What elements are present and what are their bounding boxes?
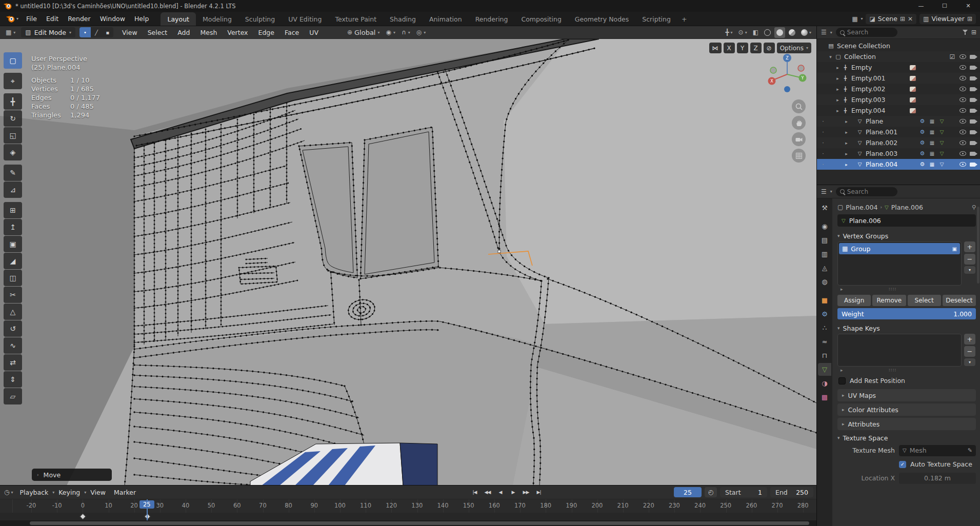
- hide-in-viewport-icon[interactable]: [959, 65, 966, 70]
- scrollbar-handle[interactable]: [30, 521, 809, 525]
- transform-orientation-dropdown[interactable]: ⊕ Global ▾: [345, 29, 383, 36]
- panel-color-attributes[interactable]: ▸ Color Attributes: [837, 403, 976, 416]
- hide-in-viewport-icon[interactable]: [959, 76, 966, 80]
- blender-menu-button[interactable]: ▾: [3, 15, 22, 23]
- modifier-icon[interactable]: ⚙: [917, 118, 927, 125]
- navigation-gizmo[interactable]: X Y Z: [765, 52, 809, 96]
- proportional-editing-dropdown[interactable]: ◎ ▾: [414, 29, 429, 36]
- outliner-row-collection[interactable]: ▾ ▢ Collection ☑: [817, 51, 980, 62]
- modifier-icon[interactable]: ⚙: [917, 161, 927, 168]
- next-keyframe-button[interactable]: ▶▶: [520, 487, 532, 497]
- hide-in-viewport-icon[interactable]: [959, 108, 966, 113]
- location-x-field[interactable]: 0.182 m: [899, 473, 976, 484]
- vertex-group-specials-button[interactable]: ▾: [964, 266, 975, 274]
- panel-texture-space[interactable]: ▾ Texture Space: [837, 432, 976, 443]
- disable-in-renders-icon[interactable]: [970, 152, 975, 156]
- image-data-icon[interactable]: [910, 76, 916, 81]
- properties-search-input[interactable]: Search: [836, 187, 897, 196]
- hide-in-viewport-icon[interactable]: [959, 97, 966, 102]
- tool-spin[interactable]: ↺: [4, 320, 22, 337]
- disable-in-renders-icon[interactable]: [970, 130, 975, 134]
- mirror-x-toggle[interactable]: X: [724, 43, 735, 53]
- image-data-icon[interactable]: [910, 87, 916, 92]
- outliner-row-mesh-active[interactable]: · ▸ ▽ Plane.004 ⚙ ▦ ▽: [817, 159, 980, 170]
- add-shape-key-button[interactable]: +: [964, 334, 975, 345]
- menu-playback[interactable]: Playback: [16, 487, 53, 498]
- expand-chevron-icon[interactable]: ▾: [827, 54, 834, 59]
- collection-checkbox[interactable]: ☑: [947, 53, 958, 60]
- frame-start-field[interactable]: Start 1: [720, 487, 767, 497]
- disable-in-renders-icon[interactable]: [970, 163, 975, 167]
- mirror-z-toggle[interactable]: Z: [750, 43, 762, 53]
- triangle-data-icon[interactable]: ▽: [937, 129, 947, 135]
- resize-grip[interactable]: ∷∷: [889, 368, 897, 373]
- tab-view-layer[interactable]: ▥: [818, 248, 831, 260]
- tab-output[interactable]: ▤: [818, 234, 831, 247]
- chevron-down-icon[interactable]: ▾: [830, 189, 832, 194]
- 3d-viewport[interactable]: ▢ ⌖ ╋ ↻ ◱ ◈ ✎ ⊿ ⊞ ↥ ▣ ◢ ◫ ✂ △ ↺ ∿: [0, 39, 816, 485]
- chevron-right-icon[interactable]: ▸: [841, 287, 843, 292]
- disable-in-renders-icon[interactable]: [970, 55, 975, 59]
- tool-scale[interactable]: ◱: [4, 127, 22, 144]
- tab-modifiers[interactable]: ⚙: [818, 308, 831, 320]
- shading-rendered-button[interactable]: ▾: [799, 27, 813, 38]
- menu-face[interactable]: Face: [280, 27, 304, 38]
- tab-layout[interactable]: Layout: [161, 12, 196, 26]
- expand-chevron-icon[interactable]: ▸: [834, 76, 841, 81]
- mesh-data-icon[interactable]: ▦: [927, 129, 937, 135]
- expand-chevron-icon[interactable]: ▸: [826, 151, 855, 156]
- breadcrumb-object[interactable]: Plane.004: [846, 204, 877, 211]
- tab-constraints[interactable]: ⊓: [818, 349, 831, 362]
- new-viewlayer-icon[interactable]: ⊞: [967, 15, 972, 23]
- tool-edge-slide[interactable]: ⇄: [4, 354, 22, 371]
- tool-cursor[interactable]: ⌖: [4, 73, 22, 89]
- tool-knife[interactable]: ✂: [4, 287, 22, 303]
- outliner-row-empty[interactable]: ▸ ╋ Empty.001: [817, 73, 980, 84]
- menu-marker[interactable]: Marker: [110, 487, 140, 498]
- tab-compositing[interactable]: Compositing: [514, 12, 568, 26]
- play-button[interactable]: ▶: [507, 487, 519, 497]
- tool-inset-faces[interactable]: ▣: [4, 236, 22, 252]
- chevron-down-icon[interactable]: ▾: [830, 30, 832, 35]
- new-scene-icon[interactable]: ⊞: [900, 15, 905, 23]
- expand-chevron-icon[interactable]: ▸: [826, 130, 855, 135]
- vertex-groups-list[interactable]: ▦ Group ▣: [837, 241, 962, 286]
- tab-scripting[interactable]: Scripting: [635, 12, 677, 26]
- vertex-select-mode-button[interactable]: •: [79, 27, 91, 37]
- tool-shrink-fatten[interactable]: ⇕: [4, 371, 22, 388]
- editor-type-selector[interactable]: ▦ ▾: [3, 29, 18, 36]
- panel-shape-keys[interactable]: ▾ Shape Keys: [837, 322, 976, 334]
- chevron-down-icon[interactable]: ▾: [861, 16, 863, 21]
- tool-poly-build[interactable]: △: [4, 304, 22, 320]
- outliner-row-scene-collection[interactable]: ▤ Scene Collection: [817, 41, 980, 51]
- triangle-data-icon[interactable]: ▽: [937, 161, 947, 167]
- tool-move[interactable]: ╋: [4, 93, 22, 110]
- expand-chevron-icon[interactable]: ▸: [834, 108, 841, 113]
- viewlayer-selector[interactable]: ▥ ViewLayer ⊞: [919, 14, 976, 24]
- snap-symmetry-button[interactable]: ⊘: [764, 43, 775, 53]
- show-overlays-toggle[interactable]: ⊙ ▾: [736, 27, 749, 38]
- tool-shear[interactable]: ▱: [4, 388, 22, 404]
- menu-edge[interactable]: Edge: [254, 27, 279, 38]
- properties-scrollbar[interactable]: [977, 207, 979, 284]
- tab-shading[interactable]: Shading: [383, 12, 423, 26]
- vertex-group-item-active[interactable]: ▦ Group ▣: [839, 243, 960, 254]
- outliner-row-empty[interactable]: ▸ ╋ Empty.003: [817, 94, 980, 105]
- auto-texture-space-checkbox[interactable]: ✓: [899, 461, 906, 468]
- outliner-row-mesh[interactable]: · ▸ ▽ Plane.003 ⚙ ▦ ▽: [817, 148, 980, 159]
- expand-chevron-icon[interactable]: ▸: [834, 97, 841, 103]
- image-data-icon[interactable]: [910, 65, 916, 70]
- tab-world[interactable]: ◍: [818, 275, 831, 288]
- tab-texture-paint[interactable]: Texture Paint: [328, 12, 383, 26]
- menu-mesh[interactable]: Mesh: [195, 27, 222, 38]
- menu-window[interactable]: Window: [95, 13, 130, 25]
- shape-key-specials-button[interactable]: ▾: [964, 358, 975, 366]
- menu-add[interactable]: Add: [173, 27, 194, 38]
- show-gizmo-toggle[interactable]: ╋ ▾: [723, 27, 734, 38]
- texture-mesh-field[interactable]: ▽ Mesh ✎: [899, 445, 976, 456]
- symmetry-icon-button[interactable]: ⋈: [709, 43, 722, 53]
- new-collection-icon[interactable]: ⊞: [971, 29, 976, 36]
- outliner-row-mesh[interactable]: · ▸ ▽ Plane ⚙ ▦ ▽: [817, 116, 980, 127]
- tab-render[interactable]: ◉: [818, 220, 831, 233]
- outliner-search-input[interactable]: Search: [836, 28, 897, 37]
